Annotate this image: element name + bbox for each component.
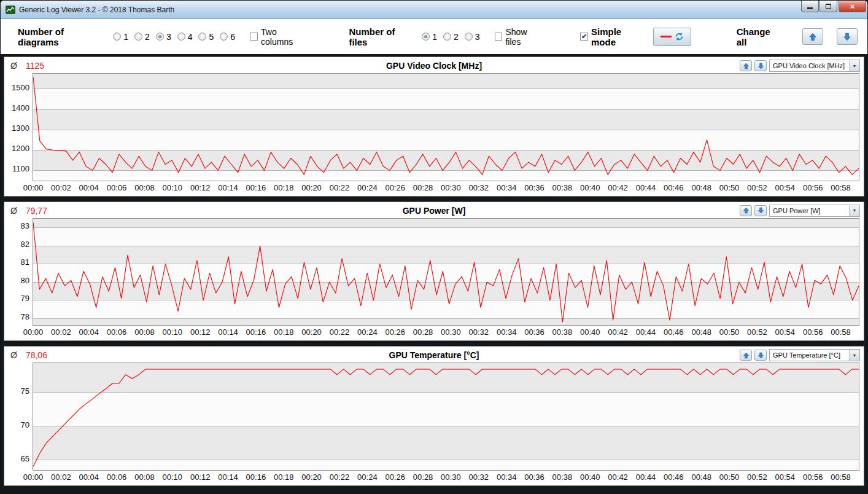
radio-diagrams-5[interactable]: 5 <box>198 32 214 42</box>
x-tick-label: 00:08 <box>134 327 155 337</box>
x-tick-label: 00:38 <box>552 327 573 337</box>
y-tick-label: 83 <box>21 221 29 230</box>
x-tick-label: 00:34 <box>497 327 517 337</box>
x-tick-label: 00:38 <box>552 472 573 482</box>
x-tick-label: 00:54 <box>775 472 796 482</box>
x-tick-label: 00:06 <box>107 472 127 482</box>
panel-header: Ø 79,77 GPU Power [W] GPU Power [W] ▼ <box>4 202 864 218</box>
x-tick-label: 00:02 <box>51 183 71 192</box>
window-titlebar[interactable]: Generic Log Viewer 3.2 - © 2018 Thomas B… <box>1 1 867 19</box>
metric-dropdown[interactable]: GPU Temperature [°C] ▼ <box>769 349 860 361</box>
change-all-down-button[interactable] <box>837 28 858 45</box>
x-tick-label: 00:06 <box>107 183 127 192</box>
y-axis-labels: 787980818283 <box>4 218 33 326</box>
plot-row: 11001200130014001500 <box>4 73 864 181</box>
average-symbol: Ø <box>10 350 17 360</box>
x-tick-label: 00:42 <box>608 327 628 337</box>
minimize-button[interactable] <box>801 1 819 12</box>
move-up-button[interactable] <box>740 60 752 71</box>
radio-label: 1 <box>123 32 128 42</box>
radio-icon <box>134 33 142 41</box>
refresh-icon <box>675 32 684 41</box>
close-button[interactable]: × <box>839 1 866 12</box>
show-files-checkbox[interactable]: Show files <box>495 27 544 47</box>
x-tick-label: 00:04 <box>79 472 99 482</box>
close-icon: × <box>850 2 855 11</box>
average-readout: Ø 78,06 <box>10 350 47 360</box>
charts-area: Ø 1125 GPU Video Clock [MHz] GPU Video C… <box>1 54 867 493</box>
x-tick-label: 00:04 <box>79 183 99 192</box>
move-down-button[interactable] <box>754 350 767 361</box>
x-tick-label: 00:40 <box>580 327 600 337</box>
simple-mode-checkbox[interactable]: ✔Simple mode <box>580 26 648 47</box>
x-tick-label: 00:34 <box>497 183 517 192</box>
move-down-button[interactable] <box>754 60 767 71</box>
x-tick-label: 00:52 <box>747 183 767 192</box>
radio-diagrams-6[interactable]: 6 <box>220 32 235 42</box>
arrow-up-icon <box>743 352 750 359</box>
chart-panel-power: Ø 79,77 GPU Power [W] GPU Power [W] ▼ 78… <box>4 202 864 342</box>
y-tick-label: 1300 <box>12 124 29 133</box>
x-tick-label: 00:18 <box>274 472 294 482</box>
x-tick-label: 00:16 <box>246 183 266 192</box>
x-tick-label: 00:12 <box>190 327 211 337</box>
radio-diagrams-1[interactable]: 1 <box>113 32 128 42</box>
metric-dropdown[interactable]: GPU Video Clock [MHz] ▼ <box>769 60 860 72</box>
window-controls: × <box>801 1 866 18</box>
move-up-button[interactable] <box>740 205 752 216</box>
radio-files-2[interactable]: 2 <box>443 32 459 42</box>
radio-icon <box>156 33 164 41</box>
change-all-up-button[interactable] <box>802 28 823 45</box>
x-tick-label: 00:24 <box>357 327 378 337</box>
two-columns-checkbox[interactable]: Two columns <box>250 27 311 47</box>
panel-header: Ø 78,06 GPU Temperature [°C] GPU Tempera… <box>4 347 864 363</box>
x-tick-label: 00:54 <box>775 327 796 337</box>
x-tick-label: 00:08 <box>134 183 155 192</box>
x-tick-label: 00:24 <box>357 472 378 482</box>
files-label: Number of files <box>349 26 416 47</box>
x-tick-label: 00:54 <box>775 183 796 192</box>
checkbox-label: Simple mode <box>591 26 648 47</box>
x-tick-label: 00:22 <box>330 327 350 337</box>
x-tick-label: 00:16 <box>246 472 266 482</box>
x-tick-label: 00:48 <box>691 327 711 337</box>
chart-panel-temperature: Ø 78,06 GPU Temperature [°C] GPU Tempera… <box>4 346 864 486</box>
average-value: 1125 <box>26 61 44 71</box>
x-tick-label: 00:02 <box>51 472 71 482</box>
chart-title: GPU Temperature [°C] <box>4 350 864 360</box>
average-readout: Ø 79,77 <box>10 206 47 216</box>
metric-dropdown[interactable]: GPU Power [W] ▼ <box>769 205 860 217</box>
radio-label: 3 <box>166 32 171 42</box>
y-tick-label: 1200 <box>12 144 29 153</box>
x-tick-label: 00:58 <box>831 472 851 482</box>
x-tick-label: 00:24 <box>357 183 378 192</box>
maximize-button[interactable] <box>820 1 837 12</box>
move-up-button[interactable] <box>740 350 752 361</box>
radio-label: 5 <box>209 32 214 42</box>
x-tick-label: 00:08 <box>134 472 155 482</box>
maximize-icon <box>826 4 831 9</box>
arrow-down-icon <box>758 63 764 69</box>
radio-diagrams-2[interactable]: 2 <box>134 32 150 42</box>
radio-diagrams-4[interactable]: 4 <box>177 32 193 42</box>
radio-label: 4 <box>188 32 193 42</box>
x-tick-label: 00:46 <box>664 472 684 482</box>
radio-icon <box>113 33 121 41</box>
radio-icon <box>422 33 430 41</box>
chevron-down-icon: ▼ <box>849 350 859 361</box>
x-tick-label: 00:06 <box>107 327 127 337</box>
move-down-button[interactable] <box>754 205 767 216</box>
x-tick-label: 00:36 <box>524 472 544 482</box>
radio-icon <box>177 33 185 41</box>
line-style-refresh-button[interactable] <box>653 28 691 46</box>
radio-files-3[interactable]: 3 <box>465 32 480 42</box>
app-icon <box>6 5 15 15</box>
x-tick-label: 00:44 <box>636 183 656 192</box>
x-tick-label: 00:52 <box>747 327 767 337</box>
x-tick-label: 00:28 <box>413 472 433 482</box>
y-tick-label: 78 <box>21 312 29 321</box>
diagrams-label: Number of diagrams <box>18 26 107 47</box>
radio-diagrams-3[interactable]: 3 <box>156 32 171 42</box>
radio-files-1[interactable]: 1 <box>422 32 437 42</box>
x-tick-label: 00:30 <box>441 327 461 337</box>
